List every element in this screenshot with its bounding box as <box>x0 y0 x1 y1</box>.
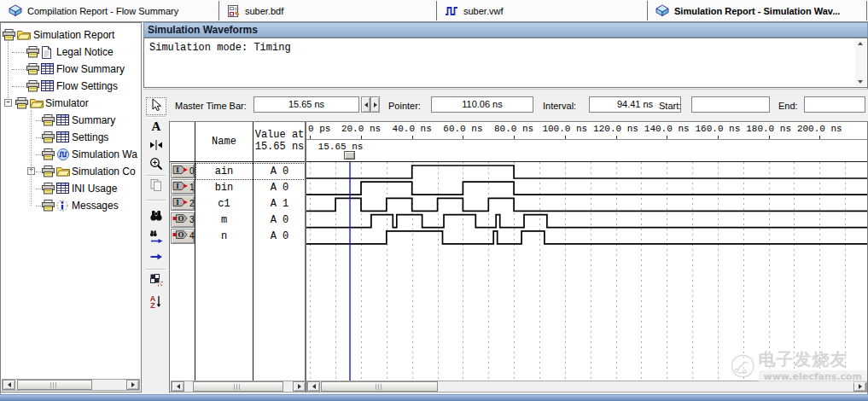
printer-icon <box>42 183 55 197</box>
time-ruler[interactable]: 0 ps20.0 ns40.0 ns60.0 ns80.0 ns100.0 ns… <box>306 122 867 140</box>
tree-item-messages[interactable]: Messages <box>1 197 142 214</box>
ruler-tick-label: 180.0 ns <box>743 124 795 134</box>
printer-icon <box>15 97 28 112</box>
tree-item-simulator[interactable]: −Simulator <box>1 95 142 112</box>
ruler-tick-mark <box>667 136 667 139</box>
interval-label: Interval: <box>543 101 576 111</box>
scroll-left-button[interactable] <box>3 380 15 390</box>
start-value[interactable] <box>691 96 770 113</box>
message-scrollbar[interactable] <box>855 39 866 86</box>
text-tool-button[interactable]: A <box>146 119 166 137</box>
waveform-plot[interactable] <box>306 162 867 381</box>
waveform-scrollbar[interactable] <box>306 381 867 392</box>
tree-item-settings[interactable]: Settings <box>1 129 142 146</box>
tree-item-simulation-report[interactable]: Simulation Report <box>1 26 142 44</box>
master-time-spin-left[interactable] <box>361 96 370 113</box>
signal-row-handle[interactable]: I2 <box>171 195 195 211</box>
tree-item-label: Summary <box>72 114 115 126</box>
ruler-tick-label: 80.0 ns <box>488 124 539 134</box>
signal-row-index: 1 <box>189 183 195 192</box>
ruler-tick-mark <box>718 136 719 139</box>
ruler-tick-label: 100.0 ns <box>539 124 591 134</box>
output-pin-icon: O <box>172 213 189 226</box>
selection-tool-button[interactable] <box>146 97 166 115</box>
vwf-icon <box>445 5 458 17</box>
scrollbar-thumb[interactable] <box>17 380 92 390</box>
master-time-bar-value[interactable]: 15.65 ns <box>253 96 359 113</box>
signal-value: A 0 <box>253 212 306 229</box>
svg-text:Z: Z <box>150 301 155 309</box>
tree-horizontal-scrollbar[interactable] <box>2 379 140 391</box>
tab-label: Compilation Report - Flow Summary <box>27 6 178 16</box>
tree-connector-stub <box>12 86 26 87</box>
tab-suber-bdf[interactable]: suber.bdf <box>219 1 437 20</box>
signal-row-index: 0 <box>189 166 195 176</box>
signal-row-handle[interactable]: O4 <box>171 229 195 244</box>
ruler-tick-mark <box>310 136 311 139</box>
scroll-right-button[interactable] <box>293 381 306 392</box>
waveform-view-panel: Name Value at 15.65 ns 0 ps20.0 ns40.0 n… <box>169 121 868 392</box>
scrollbar-thumb[interactable] <box>193 381 283 392</box>
panel-title-text: Simulation Waveforms <box>148 24 258 36</box>
input-pin-icon: I <box>172 165 189 177</box>
ruler-tick-label: 60.0 ns <box>437 124 488 134</box>
simulation-mode-text: Simulation mode: Timing <box>149 42 291 54</box>
scroll-left-button[interactable] <box>307 381 320 392</box>
master-time-spin-right[interactable] <box>370 96 380 113</box>
tree-item-flow-settings[interactable]: Flow Settings <box>1 78 142 95</box>
scroll-up-icon[interactable] <box>858 42 863 45</box>
waveform-trace-c1 <box>306 198 867 211</box>
tree-connector-stub <box>36 171 41 172</box>
waveform-edit-tool-button[interactable] <box>146 137 166 155</box>
ruler-tick-mark <box>616 136 617 139</box>
printer-icon <box>42 200 55 214</box>
signal-row-handle[interactable]: I1 <box>171 179 195 195</box>
svg-text:I: I <box>176 182 179 190</box>
tree-item-label: Messages <box>72 200 119 212</box>
tree-item-legal-notice[interactable]: Legal Notice <box>1 44 142 61</box>
end-value[interactable] <box>804 96 865 113</box>
go-to-tool-icon <box>149 250 163 266</box>
go-to-tool-button[interactable] <box>146 249 166 267</box>
document-tab-bar: Compilation Report - Flow Summarysuber.b… <box>0 0 868 22</box>
signal-row-handle[interactable]: O3 <box>171 212 195 228</box>
tree-item-simulation-wa[interactable]: Simulation Wa <box>1 146 142 163</box>
folder-icon <box>30 97 44 111</box>
report-sections-tree-panel: Simulation ReportLegal NoticeFlow Summar… <box>0 22 142 392</box>
sort-tool-button[interactable]: AZ <box>146 293 166 311</box>
svg-text:O: O <box>178 230 184 239</box>
ruler-tick-label: 20.0 ns <box>335 124 387 134</box>
tab-suber-vwf[interactable]: suber.vwf <box>437 1 648 20</box>
copy-tool-button[interactable] <box>146 177 166 195</box>
selected-row-outline <box>195 163 306 180</box>
master-time-marker-handle[interactable] <box>344 151 355 160</box>
find-tool-button[interactable] <box>146 208 166 226</box>
tree-item-flow-summary[interactable]: Flow Summary <box>1 61 142 78</box>
waveform-trace-ain <box>306 166 867 178</box>
find-next-tool-button[interactable] <box>146 229 166 247</box>
waveform-trace-bin <box>306 182 867 195</box>
waveform-icon <box>56 148 70 163</box>
scroll-right-button[interactable] <box>853 381 866 392</box>
value-column-header: Value at 15.65 ns <box>253 122 306 161</box>
pattern-tool-button[interactable] <box>146 272 166 290</box>
printer-icon <box>42 131 55 146</box>
tree-item-ini-usage[interactable]: INI Usage <box>1 180 142 197</box>
scrollbar-thumb[interactable] <box>321 381 438 392</box>
printer-icon <box>42 166 55 180</box>
tab-compilation-report-flow-summary[interactable]: Compilation Report - Flow Summary <box>1 1 219 20</box>
scroll-left-button[interactable] <box>172 381 184 392</box>
signal-table-scrollbar[interactable] <box>171 381 306 392</box>
tab-simulation-report-simulation-wav[interactable]: Simulation Report - Simulation Wav... <box>648 1 867 20</box>
zoom-tool-button[interactable] <box>146 156 166 174</box>
tree-item-simulation-co[interactable]: +Simulation Co <box>1 163 142 180</box>
signal-row-handle[interactable]: I0 <box>171 163 195 178</box>
scroll-right-button[interactable] <box>126 380 139 390</box>
tree-item-summary[interactable]: Summary <box>1 112 142 129</box>
start-label: Start: <box>659 101 681 111</box>
printer-icon <box>3 29 15 44</box>
end-label: End: <box>778 101 798 111</box>
scroll-down-icon[interactable] <box>858 80 863 84</box>
pointer-label: Pointer: <box>388 101 421 111</box>
toolbar-separator <box>146 175 166 177</box>
